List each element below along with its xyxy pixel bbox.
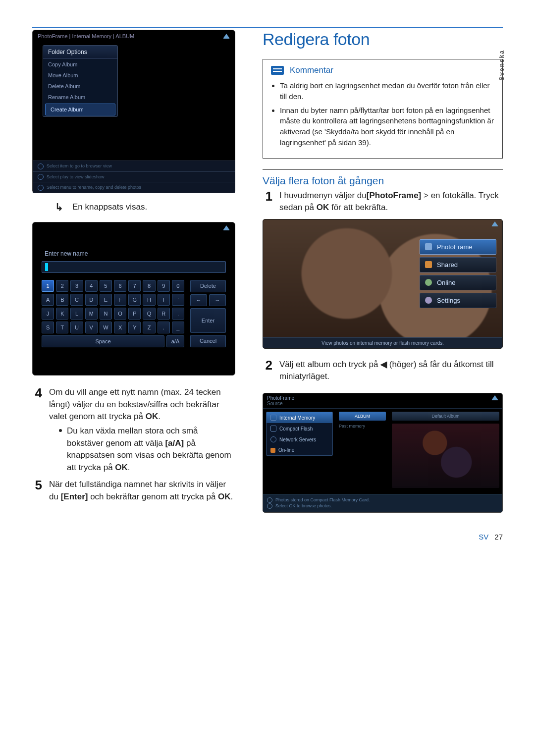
pf-btn-photoframe: PhotoFrame [420,239,496,255]
key-k: K [56,308,68,320]
src-default-album: Default Album [392,412,499,421]
cf-icon [270,426,276,432]
key-dot2: . [158,322,170,333]
enter-name-label: Enter new name [45,250,226,257]
folder-options-menu: Folder Options Copy Album Move Album Del… [43,45,118,117]
key-enter: Enter [190,308,226,333]
key-b: B [56,294,68,306]
page-number: 27 [494,533,503,541]
key-v: V [85,322,98,333]
folder-options-screenshot: PhotoFrame | Internal Memory | ALBUM Fol… [32,30,235,193]
note-item-1: Ta aldrig bort en lagringsenhet medan du… [280,80,494,102]
wifi-icon [491,221,498,226]
key-h: H [143,294,155,306]
step-2-a: Välj ett album och tryck på [279,360,380,369]
key-d: D [85,294,98,306]
section-rule [263,169,503,170]
key-m: M [85,308,98,320]
name-input [42,261,226,273]
key-p: P [128,308,141,320]
key-left-arrow-icon: ← [190,294,207,306]
key-space: Space [42,335,164,347]
key-y: Y [128,322,141,333]
src-network: Network Servers [267,434,332,445]
menu-item-copy: Copy Album [43,59,117,70]
note-item-2: Innan du byter namn på/flyttar/tar bort … [280,105,494,148]
menu-item-delete: Delete Album [43,81,117,92]
key-3: 3 [70,280,83,292]
key-9: 9 [158,280,170,292]
step-1-c: för att bekräfta. [329,203,388,212]
step-4-number: 4 [32,386,42,474]
key-z: Z [143,322,155,333]
key-i: I [158,294,170,306]
key-7: 7 [128,280,141,292]
source-browser-screenshot: PhotoFrame Source Internal Memory Compac… [263,393,503,513]
src-sub: Source [263,401,502,409]
menu-item-rename: Rename Album [43,92,117,103]
language-tab: Svenska [498,50,505,81]
photo-icon [425,243,432,250]
hint-icon [267,497,272,503]
key-0: 0 [172,280,184,292]
page-title: Redigera foton [263,30,503,49]
step-1-a: I huvudmenyn väljer du [279,191,367,200]
enter-label: [Enter] [61,492,88,501]
key-cancel: Cancel [190,335,226,347]
key-a: A [42,294,54,306]
key-right-arrow-icon: → [209,294,226,306]
ok-label: OK [218,492,231,501]
key-t: T [56,322,68,333]
keyboard-screenshot: Enter new name 1 2 3 4 5 6 7 [32,222,235,376]
arrow-right-icon: ↳ [55,201,63,213]
src-album: ALBUM [339,412,386,421]
page-label: SV [479,533,488,541]
gear-icon [425,297,432,304]
note-label: Kommentar [290,65,333,75]
folder-options-title: Folder Options [43,46,117,59]
ok-label: OK [146,412,159,421]
top-blue-rule [32,27,503,28]
keypad-text: En knappsats visas. [72,202,147,212]
key-apos: ' [172,294,184,306]
wifi-icon [223,225,230,230]
hint-icon [267,503,272,509]
ok-label: OK [317,203,329,212]
key-o: O [114,308,126,320]
pf-btn-online: Online [420,275,496,290]
key-x: X [114,322,126,333]
key-g: G [128,294,141,306]
menu-item-create: Create Album [45,104,115,115]
key-j: J [42,308,54,320]
key-u: U [70,322,83,333]
src-title: PhotoFrame [267,395,294,401]
key-underscore: _ [172,322,184,333]
pf-btn-settings: Settings [420,293,496,308]
album-thumbnail [392,424,499,488]
bullet-icon [59,429,62,432]
key-dot: . [172,308,184,320]
breadcrumb: PhotoFrame | Internal Memory | ALBUM [38,33,134,39]
key-e: E [100,294,112,306]
aA-label: [a/A] [165,438,184,448]
rss-icon [270,448,275,453]
key-aA: a/A [166,335,184,347]
step-2-number: 2 [263,359,272,383]
key-2: 2 [56,280,68,292]
key-1: 1 [42,280,54,292]
key-8: 8 [143,280,155,292]
ok-label: OK [115,463,128,472]
key-4: 4 [85,280,98,292]
pf-footer: View photos on internal memory or flash … [263,337,502,348]
photoframe-menu-screenshot: PhotoFrame Shared Online Settings View p… [263,219,503,349]
step-5-b: och bekräftar genom att trycka på [88,492,218,501]
src-cf: Compact Flash [267,423,332,434]
key-f: F [114,294,126,306]
step-4-text: Om du vill ange ett nytt namn (max. 24 t… [49,387,221,421]
memory-icon [270,415,276,421]
src-footer-1: Photos stored on Compact Flash Memory Ca… [275,497,370,503]
network-icon [270,436,276,442]
menu-item-move: Move Album [43,70,117,81]
src-online: On-line [267,445,332,455]
key-s: S [42,322,54,333]
